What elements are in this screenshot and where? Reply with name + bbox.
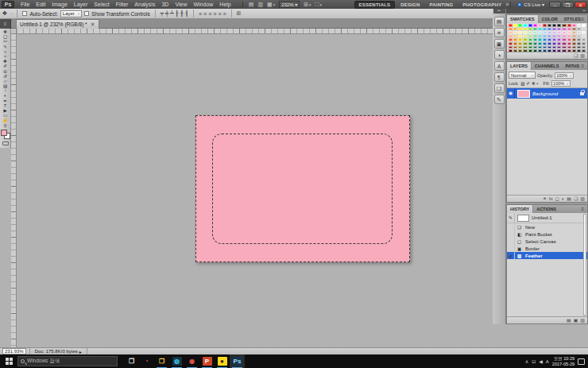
link-layers-icon[interactable]: ⚭ xyxy=(543,196,547,202)
history-source-cell[interactable] xyxy=(507,230,515,238)
color-swatch[interactable] xyxy=(567,35,571,38)
color-swatch[interactable] xyxy=(552,38,556,41)
color-swatch[interactable] xyxy=(572,31,576,34)
document-tab[interactable]: Untitled-1 @ 232% (RGB/8) * ✕ xyxy=(16,19,99,29)
color-swatch[interactable] xyxy=(567,24,571,27)
ime-indicator[interactable]: A xyxy=(546,359,549,364)
color-swatch[interactable] xyxy=(543,24,547,27)
status-menu-arrow-icon[interactable]: ▸ xyxy=(79,349,82,354)
color-swatch[interactable] xyxy=(513,38,517,41)
color-swatch[interactable] xyxy=(547,42,551,45)
color-swatch[interactable] xyxy=(582,28,586,31)
color-swatch[interactable] xyxy=(567,42,571,45)
history-brush-source-icon[interactable]: ✎ xyxy=(507,213,515,223)
color-swatch[interactable] xyxy=(577,35,581,38)
color-swatch[interactable] xyxy=(567,31,571,34)
color-swatch[interactable] xyxy=(557,38,561,41)
menu-item[interactable]: Analysis xyxy=(131,2,158,7)
color-swatch[interactable] xyxy=(552,28,556,31)
color-swatch[interactable] xyxy=(513,24,517,27)
color-swatch[interactable] xyxy=(572,28,576,31)
workspace-button[interactable]: PHOTOGRAPHY xyxy=(458,2,505,8)
internet-app-button[interactable]: ◍ xyxy=(169,354,184,368)
panel-tab[interactable]: CHANNELS xyxy=(532,62,563,70)
color-swatch[interactable] xyxy=(518,38,522,41)
color-swatch[interactable] xyxy=(513,35,517,38)
align-bottom-edges-icon[interactable]: ┷ xyxy=(170,10,173,17)
color-swatch[interactable] xyxy=(552,42,556,45)
history-source-cell[interactable] xyxy=(507,238,515,245)
color-swatch[interactable] xyxy=(513,42,517,45)
dock-header[interactable]: ▪▪ xyxy=(506,9,588,14)
color-swatch[interactable] xyxy=(567,38,571,41)
color-swatch[interactable] xyxy=(509,42,513,45)
menu-item[interactable]: Image xyxy=(48,2,70,7)
color-swatch[interactable] xyxy=(523,38,527,41)
hidden-icons-chevron[interactable]: ∧ xyxy=(525,358,528,364)
color-swatch[interactable] xyxy=(509,31,513,34)
color-swatch[interactable] xyxy=(577,46,581,49)
color-swatch[interactable] xyxy=(509,28,513,31)
color-swatch[interactable] xyxy=(518,46,522,49)
align-vertical-centers-icon[interactable]: ┿ xyxy=(165,10,168,17)
horizontal-ruler[interactable] xyxy=(11,29,493,34)
color-swatch[interactable] xyxy=(509,46,513,49)
color-swatch[interactable] xyxy=(582,31,586,34)
color-swatch[interactable] xyxy=(533,38,537,41)
align-horizontal-centers-icon[interactable]: ╂ xyxy=(180,10,184,17)
view-extras-icon[interactable]: ▦▾ xyxy=(267,2,275,8)
color-swatch[interactable] xyxy=(538,28,542,31)
color-swatch[interactable] xyxy=(572,42,576,45)
action-center-icon[interactable] xyxy=(578,358,585,365)
auto-select-checkbox[interactable] xyxy=(22,11,27,16)
color-swatch[interactable] xyxy=(533,28,537,31)
vertical-ruler[interactable] xyxy=(11,34,17,347)
color-swatch[interactable] xyxy=(523,28,527,31)
color-swatch[interactable] xyxy=(547,46,551,49)
workspace-button[interactable]: ESSENTIALS xyxy=(354,1,396,9)
color-swatch[interactable] xyxy=(552,24,556,27)
color-swatch[interactable] xyxy=(557,42,561,45)
delete-layer-icon[interactable]: ▥ xyxy=(580,196,585,202)
color-swatch[interactable] xyxy=(582,38,586,41)
menu-item[interactable]: File xyxy=(17,2,33,7)
color-swatch[interactable] xyxy=(538,46,542,49)
color-swatch[interactable] xyxy=(528,42,532,45)
color-swatch[interactable] xyxy=(562,35,566,38)
restore-button[interactable]: ❐ xyxy=(562,2,574,8)
volume-icon[interactable]: ◀ xyxy=(539,358,543,364)
distribute-horizontal-centers-icon[interactable]: ≡ xyxy=(218,11,221,17)
auto-align-layers-icon[interactable]: ⊞ xyxy=(237,10,242,17)
color-swatch[interactable] xyxy=(513,28,517,31)
history-step[interactable]: ◧ Paint Bucket xyxy=(507,230,587,238)
panel-menu-icon[interactable]: ≡ xyxy=(581,205,586,213)
color-swatch[interactable] xyxy=(557,28,561,31)
workspace-overflow-icon[interactable]: » xyxy=(505,2,509,7)
lock-pixels-icon[interactable]: ✐ xyxy=(526,81,530,86)
distribute-left-edges-icon[interactable]: ≡ xyxy=(213,11,216,17)
character-panel-icon[interactable]: A xyxy=(494,61,505,71)
color-swatch[interactable] xyxy=(552,35,556,38)
quick-mask-button[interactable] xyxy=(2,141,9,145)
history-source-cell[interactable] xyxy=(507,245,515,252)
opacity-field[interactable]: 100%▸ xyxy=(555,72,574,79)
arrange-documents-icon[interactable]: ⊞▾ xyxy=(304,2,311,8)
status-zoom-field[interactable]: 231.93% xyxy=(2,348,26,354)
history-source-cell[interactable] xyxy=(507,223,515,230)
color-swatch[interactable] xyxy=(533,42,537,45)
color-swatch[interactable] xyxy=(547,24,551,27)
expand-panels-icon[interactable]: ▪▪ xyxy=(493,9,505,14)
menu-item[interactable]: Help xyxy=(216,2,234,7)
color-swatch[interactable] xyxy=(528,31,532,34)
kakaotalk-button[interactable]: ● xyxy=(215,354,230,368)
panel-tab[interactable]: PATHS xyxy=(562,62,582,70)
panel-tab[interactable]: ACTIONS xyxy=(533,205,559,213)
file-explorer-button[interactable]: ❒ xyxy=(154,354,169,368)
color-swatch[interactable] xyxy=(562,42,566,45)
color-swatch[interactable] xyxy=(567,46,571,49)
new-snapshot-icon[interactable]: ▣ xyxy=(574,317,578,323)
delete-swatch-icon[interactable]: ▥ xyxy=(580,52,585,59)
color-swatch[interactable] xyxy=(562,38,566,41)
color-swatch[interactable] xyxy=(577,28,581,31)
layer-row-background[interactable]: ◉ Background xyxy=(507,88,587,99)
